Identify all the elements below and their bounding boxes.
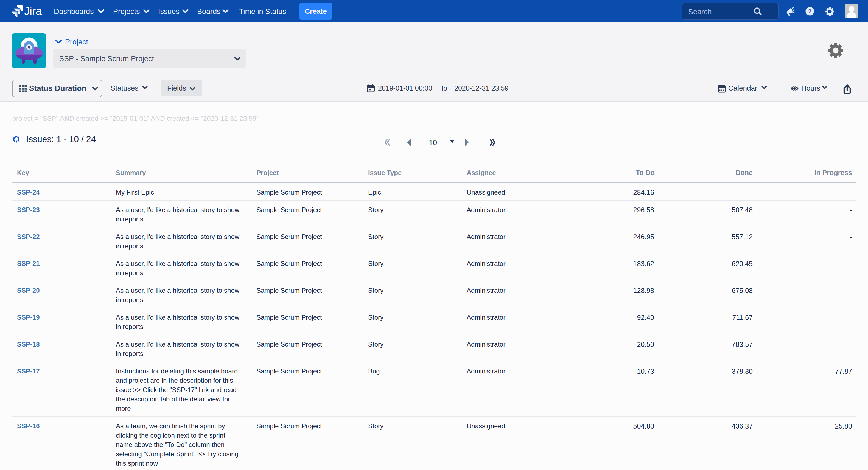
svg-text:?: ? [808,8,812,14]
